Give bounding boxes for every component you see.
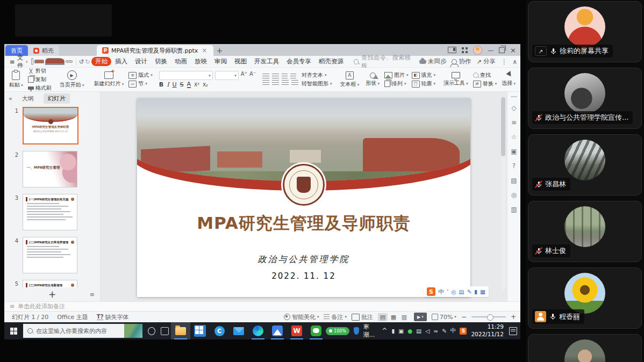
app-blue-c[interactable]: C xyxy=(210,322,229,339)
justify-icon[interactable] xyxy=(291,80,298,85)
menu-item-view[interactable]: 视图 xyxy=(231,57,251,66)
preview-icon[interactable] xyxy=(66,60,73,63)
app-wechat[interactable] xyxy=(306,322,326,339)
cortana-button[interactable] xyxy=(148,327,155,335)
slide-subtitle[interactable]: 政治与公共管理学院 xyxy=(137,254,470,265)
align-left-icon[interactable] xyxy=(262,80,269,85)
paste-button[interactable]: 粘贴 ▾ xyxy=(8,71,25,89)
app-edge[interactable] xyxy=(248,322,268,339)
slide-thumbnail[interactable]: (一)MPA研究生管理的有关规章制度 xyxy=(23,194,77,230)
replace-button[interactable]: ⇄替换▾ xyxy=(473,80,497,88)
tray-sogou-icon[interactable]: S xyxy=(460,328,467,335)
slide-thumbnail[interactable]: (三)MPA研究生考勤管理 xyxy=(23,280,77,287)
new-tab-button[interactable]: + xyxy=(213,45,225,56)
chart-panel-icon[interactable]: ▤ xyxy=(511,177,517,184)
underline-button[interactable]: U xyxy=(173,81,177,88)
superscript-button[interactable]: X² xyxy=(194,82,199,88)
sogou-tool-icon-4[interactable]: ▮ xyxy=(474,289,477,295)
menu-item-review[interactable]: 审阅 xyxy=(211,57,231,66)
tray-image-icon[interactable]: ▣ xyxy=(398,328,404,334)
sogou-input-bar[interactable]: S 中 ’◎▤✎▮▦ xyxy=(424,286,489,297)
align-center-icon[interactable] xyxy=(272,80,279,85)
menu-item-devtools[interactable]: 开发工具 xyxy=(251,57,283,66)
app-mountain[interactable] xyxy=(268,322,287,339)
menu-item-animation[interactable]: 动画 xyxy=(171,57,191,66)
help-icon[interactable]: ? xyxy=(512,162,516,170)
slide-1[interactable]: MPA研究生管理及导师职责 政治与公共管理学院 2022. 11. 12 xyxy=(137,98,470,297)
font-color-button[interactable]: A xyxy=(187,82,191,88)
missing-font-warning[interactable]: T? 缺失字体 xyxy=(97,313,129,321)
restore-button[interactable] xyxy=(499,47,505,53)
print-icon[interactable] xyxy=(45,58,65,65)
panel-menu-icon[interactable]: ≡ xyxy=(90,291,95,298)
properties-icon[interactable]: ≡ xyxy=(511,119,517,126)
app-mail[interactable] xyxy=(229,322,248,339)
participant-tile[interactable]: 政治与公共管理学院宣传... xyxy=(528,68,642,129)
ime-mode-icon[interactable]: 中 xyxy=(438,289,444,295)
file-menu[interactable]: ≡ 文件 ∨ xyxy=(8,54,30,70)
start-button[interactable] xyxy=(4,322,23,339)
align-text-button[interactable]: 对齐文本▾ xyxy=(302,71,332,79)
redo-icon[interactable]: ↻ xyxy=(85,58,90,66)
font-size-select[interactable]: ▾ xyxy=(215,71,239,80)
tray-ime-icon[interactable]: 中 xyxy=(450,327,456,335)
navigation-icon[interactable]: ▥ xyxy=(511,206,517,213)
close-window-button[interactable]: × xyxy=(510,46,516,54)
participant-tile[interactable]: 程香丽 xyxy=(528,267,642,329)
tray-speaker-icon[interactable]: ◁ xyxy=(425,328,430,334)
tray-network-icon[interactable]: ≈ xyxy=(433,328,438,334)
indent-more-icon[interactable] xyxy=(290,74,296,79)
play-from-current-button[interactable]: ▶当页开始 ▾ xyxy=(58,69,86,90)
save-icon[interactable] xyxy=(31,58,33,65)
share-button[interactable]: ↗分享 xyxy=(476,57,496,66)
italic-button[interactable]: I xyxy=(167,81,169,88)
outline-button[interactable]: □轮廓▾ xyxy=(412,80,436,88)
command-search[interactable]: 查找命令、搜索模板 xyxy=(354,54,413,70)
theme-name[interactable]: Office 主题 xyxy=(57,313,88,321)
taskbar-clock[interactable]: 11:29 2022/11/12 xyxy=(471,323,504,338)
subscript-button[interactable]: X₂ xyxy=(203,82,208,88)
canvas-scrollbar[interactable] xyxy=(501,97,505,291)
menu-item-insert[interactable]: 插入 xyxy=(111,57,131,66)
slide-date[interactable]: 2022. 11. 12 xyxy=(137,271,470,281)
picture-button[interactable]: 图片▾ xyxy=(384,71,409,79)
close-tab-icon[interactable]: × xyxy=(201,47,208,54)
sogou-logo-icon[interactable]: S xyxy=(427,287,435,296)
tray-camera-icon[interactable]: ▤ xyxy=(416,328,421,334)
present-assistant-icon[interactable]: ◇ xyxy=(511,104,516,112)
shield-icon[interactable] xyxy=(354,327,359,335)
workspace-grid-icon[interactable] xyxy=(462,47,468,53)
slideshow-play-button[interactable]: ▶▾ xyxy=(414,313,427,321)
copy-button[interactable]: 复制 xyxy=(28,76,52,83)
font-family-select[interactable]: ▾ xyxy=(159,71,213,80)
shrink-font-button[interactable]: A⁻ xyxy=(249,71,256,80)
tray-phone-icon[interactable]: ▮ xyxy=(391,328,395,334)
slide-title[interactable]: MPA研究生管理及导师职责 xyxy=(137,212,470,235)
align-right-icon[interactable] xyxy=(282,80,289,85)
zoom-out-button[interactable]: − xyxy=(461,313,467,321)
zoom-slider[interactable] xyxy=(471,316,506,317)
sogou-tool-icon-1[interactable]: ◎ xyxy=(451,289,456,295)
select-button[interactable]: 选择 ▾ xyxy=(500,72,517,87)
tray-green-dot-icon[interactable]: ● xyxy=(407,328,412,334)
view-sorter-button[interactable]: ▦ xyxy=(389,313,398,321)
slide-canvas[interactable]: MPA研究生管理及导师职责 政治与公共管理学院 2022. 11. 12 S 中… xyxy=(101,92,507,301)
zoom-level[interactable]: 70%▾ xyxy=(432,314,456,321)
fill-button[interactable]: ◧填充▾ xyxy=(412,71,436,79)
sogou-tool-icon-0[interactable]: ’ xyxy=(447,289,448,295)
tray-pen-icon[interactable]: ✎ xyxy=(442,328,447,334)
battery-widget[interactable]: 100% xyxy=(326,327,349,335)
layout-panel-icon[interactable]: ▣ xyxy=(511,148,517,155)
layout-button[interactable]: ≡版式▾ xyxy=(128,71,153,79)
undo-icon[interactable]: ↺ xyxy=(79,58,84,66)
menu-item-transition[interactable]: 切换 xyxy=(151,57,171,66)
present-tools-button[interactable]: 演示工具 ▾ xyxy=(442,72,470,87)
effects-icon[interactable]: ☆ xyxy=(511,133,517,141)
format-painter-button[interactable]: 格式刷 xyxy=(28,84,52,92)
arrange-button[interactable]: 排列▾ xyxy=(384,80,409,88)
strike-button[interactable]: S xyxy=(180,81,184,88)
slide-thumbnail[interactable]: MPA研究生管理及导师职责政治与公共管理学院 2022.11.12 xyxy=(23,107,78,144)
menu-item-docer-res[interactable]: 稻壳资源 xyxy=(315,57,347,66)
weather-text[interactable]: 寒潮... xyxy=(363,323,378,339)
slide-thumbnail[interactable]: 一、MPA研究生管理 xyxy=(23,151,77,187)
